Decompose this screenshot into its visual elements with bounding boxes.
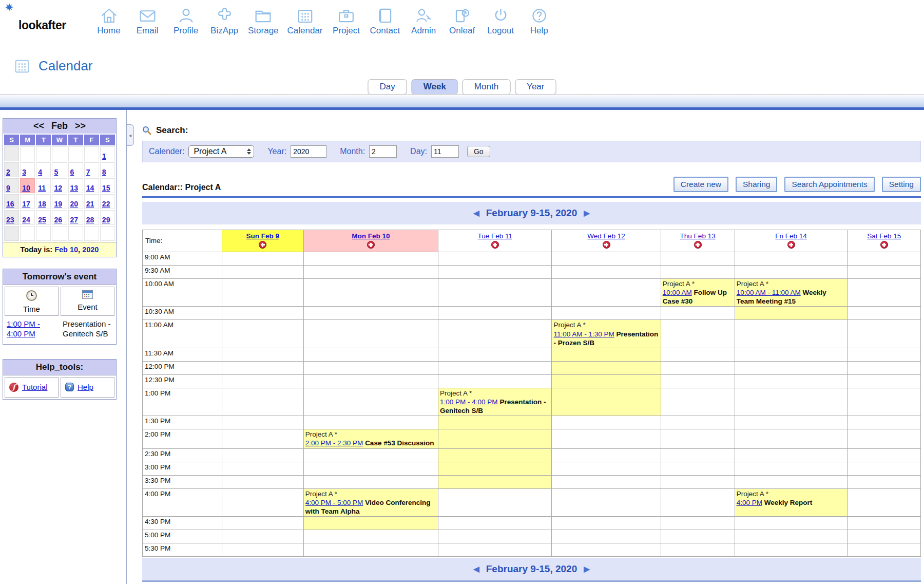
mini-calendar-day-link[interactable]: 23 <box>6 216 14 224</box>
calendar-select[interactable]: Project A <box>188 145 254 158</box>
setting-button[interactable]: Setting <box>882 177 921 192</box>
mini-calendar-day-link[interactable]: 10 <box>22 184 30 192</box>
day-input[interactable] <box>431 145 459 158</box>
sharing-button[interactable]: Sharing <box>736 177 777 192</box>
mini-calendar-day-link[interactable]: 17 <box>22 200 30 208</box>
prev-month-link[interactable]: << <box>33 121 44 131</box>
mini-calendar-day-link[interactable]: 19 <box>54 200 62 208</box>
today-prefix: Today is: <box>21 246 53 254</box>
mini-calendar-day-link[interactable]: 25 <box>38 216 46 224</box>
go-button[interactable]: Go <box>467 146 490 157</box>
mini-calendar-day-link[interactable]: 6 <box>70 168 74 176</box>
mini-calendar-day-link[interactable]: 4 <box>38 168 42 176</box>
nav-item-help[interactable]: Help <box>524 6 554 36</box>
mini-calendar-day-link[interactable]: 12 <box>54 184 62 192</box>
search-appointments-button[interactable]: Search Appointments <box>784 177 874 192</box>
help-link[interactable]: Help <box>78 383 93 391</box>
mini-calendar-day-link[interactable]: 27 <box>70 216 79 224</box>
add-appointment-icon[interactable] <box>694 241 702 249</box>
mini-calendar-month-label: Feb <box>51 121 68 131</box>
day-header-link[interactable]: Sun Feb 9 <box>246 232 279 240</box>
mini-calendar-day-link[interactable]: 15 <box>102 184 110 192</box>
appointment-time-link[interactable]: 10:00 AM <box>663 289 692 296</box>
appointment-time-link[interactable]: 10:00 AM - 11:00 AM <box>737 289 801 296</box>
year-input[interactable] <box>291 145 326 158</box>
appointment-time-link[interactable]: 2:00 PM - 2:30 PM <box>305 439 363 447</box>
add-appointment-icon[interactable] <box>367 241 375 249</box>
day-header-link[interactable]: Sat Feb 15 <box>867 232 901 240</box>
mini-calendar-day-link[interactable]: 21 <box>86 200 94 208</box>
empty-slot-cell <box>735 530 848 543</box>
nav-item-bizapp[interactable]: BizApp <box>209 6 239 36</box>
empty-slot-cell <box>661 307 735 320</box>
mini-calendar-day-link[interactable]: 13 <box>70 184 79 192</box>
day-header-link[interactable]: Tue Feb 11 <box>477 232 512 240</box>
nav-item-onleaf[interactable]: Onleaf <box>447 6 477 36</box>
tab-week[interactable]: Week <box>412 79 458 95</box>
mini-calendar-day-link[interactable]: 26 <box>54 216 62 224</box>
appointment-time-link[interactable]: 4:00 PM - 5:00 PM <box>305 499 363 506</box>
mini-calendar-day-link[interactable]: 2 <box>6 168 10 176</box>
day-header-link[interactable]: Mon Feb 10 <box>352 232 390 240</box>
nav-item-contact[interactable]: Contact <box>370 6 400 36</box>
nav-item-home[interactable]: Home <box>94 6 124 36</box>
day-header-link[interactable]: Thu Feb 13 <box>680 232 716 240</box>
prev-week-arrow-bottom[interactable] <box>473 564 479 574</box>
nav-item-project[interactable]: Project <box>332 6 361 36</box>
mini-calendar-day-link[interactable]: 16 <box>6 200 14 208</box>
mini-calendar-week-row: 16171819202122 <box>4 194 115 209</box>
tutorial-link[interactable]: Tutorial <box>22 383 47 391</box>
add-appointment-icon[interactable] <box>880 241 888 249</box>
mini-calendar-day-link[interactable]: 5 <box>54 168 58 176</box>
add-appointment-icon[interactable] <box>603 241 610 249</box>
time-label: 2:00 PM <box>143 429 222 448</box>
calendar-icon <box>296 6 315 25</box>
today-date-link[interactable]: Feb 10 <box>54 246 78 254</box>
add-appointment-icon[interactable] <box>787 241 795 249</box>
time-row: 2:00 PMProject A *2:00 PM - 2:30 PM Case… <box>143 429 921 448</box>
nav-item-logout[interactable]: Logout <box>486 6 515 36</box>
mini-calendar-day-link[interactable]: 29 <box>102 216 110 224</box>
tab-year[interactable]: Year <box>515 79 556 95</box>
next-month-link[interactable]: >> <box>75 121 86 131</box>
mini-calendar-day-link[interactable]: 11 <box>38 184 46 192</box>
nav-item-profile[interactable]: Profile <box>171 6 201 36</box>
mini-calendar-day-link[interactable]: 7 <box>86 168 90 176</box>
next-week-arrow-bottom[interactable] <box>584 564 590 574</box>
mini-calendar-day-link[interactable]: 14 <box>86 184 94 192</box>
appointment-time-link[interactable]: 4:00 PM <box>737 499 762 506</box>
mini-calendar-day-link[interactable]: 8 <box>102 168 106 176</box>
add-appointment-icon[interactable] <box>491 241 499 249</box>
mini-calendar-day-link[interactable]: 28 <box>86 216 94 224</box>
nav-item-storage[interactable]: Storage <box>248 6 279 36</box>
day-header-link[interactable]: Wed Feb 12 <box>587 232 625 240</box>
mini-calendar-day-link[interactable]: 18 <box>38 200 46 208</box>
clock-icon <box>26 290 37 301</box>
add-appointment-icon[interactable] <box>259 241 266 249</box>
appointment-time-link[interactable]: 1:00 PM - 4:00 PM <box>440 398 498 406</box>
mini-calendar-day-link[interactable]: 9 <box>6 184 10 192</box>
mini-calendar-day-link[interactable]: 1 <box>102 152 106 160</box>
sidebar-collapse-handle[interactable] <box>127 124 134 146</box>
time-row: 2:30 PM <box>143 448 921 462</box>
tomorrow-event-time-link[interactable]: 1:00 PM - 4:00 PM <box>7 319 40 338</box>
day-header-link[interactable]: Fri Feb 14 <box>775 232 807 240</box>
month-input[interactable] <box>369 145 397 158</box>
nav-item-calendar[interactable]: Calendar <box>287 6 323 36</box>
nav-item-admin[interactable]: Admin <box>409 6 438 36</box>
mini-calendar-day-link[interactable]: 3 <box>22 168 26 176</box>
day-header-wed-feb-12: Wed Feb 12 <box>552 230 661 252</box>
prev-week-arrow[interactable] <box>473 209 479 218</box>
nav-item-email[interactable]: Email <box>132 6 162 36</box>
tab-day[interactable]: Day <box>368 79 407 95</box>
next-week-arrow[interactable] <box>584 209 590 218</box>
mini-calendar-day-link[interactable]: 22 <box>102 200 110 208</box>
appointment-time-link[interactable]: 11:00 AM - 1:30 PM <box>553 330 614 338</box>
mini-calendar-day-cell: 26 <box>52 210 67 225</box>
appointment-calendar-name: Project A * <box>737 280 768 288</box>
mini-calendar-day-link[interactable]: 20 <box>70 200 79 208</box>
mini-calendar-day-link[interactable]: 24 <box>22 216 30 224</box>
tab-month[interactable]: Month <box>463 79 510 95</box>
today-year-link[interactable]: 2020 <box>82 246 99 254</box>
create-new-button[interactable]: Create new <box>673 177 728 192</box>
